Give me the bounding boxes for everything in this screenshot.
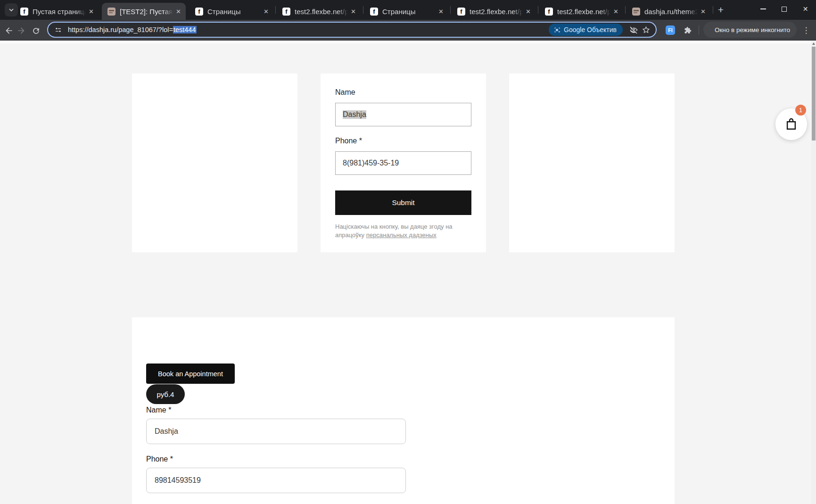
name-input-value: Dashja xyxy=(343,110,366,119)
name-input-value: Dashja xyxy=(155,427,178,436)
tab-4[interactable]: f test2.flexbe.net/proje ✕ xyxy=(277,3,361,20)
tab-separator xyxy=(713,6,713,14)
tab-separator xyxy=(363,6,363,14)
minimize-button[interactable] xyxy=(752,0,774,18)
book-appointment-button[interactable]: Book an Appointment xyxy=(146,364,235,384)
close-tab-icon[interactable]: ✕ xyxy=(264,8,269,15)
tab-title: test2.flexbe.net/proje xyxy=(557,8,610,16)
tab-title: Пустая страница xyxy=(33,8,86,16)
scrollbar-thumb[interactable] xyxy=(812,47,816,140)
site-favicon-icon xyxy=(107,8,115,16)
incognito-icon xyxy=(710,25,710,34)
shopping-bag-icon xyxy=(784,117,799,132)
submit-button[interactable]: Submit xyxy=(335,190,471,215)
tab-3[interactable]: f Страницы ✕ xyxy=(190,3,273,20)
tab-2-active[interactable]: [TEST2]: Пустая стран ✕ xyxy=(102,3,186,20)
tab-title: test2.flexbe.net/proje xyxy=(470,8,523,16)
flexbe-extension-icon[interactable]: FI xyxy=(666,25,675,35)
close-tab-icon[interactable]: ✕ xyxy=(176,8,181,15)
incognito-label: Окно в режиме инкогнито xyxy=(715,26,790,33)
close-window-button[interactable]: ✕ xyxy=(795,0,816,18)
site-settings-icon xyxy=(54,26,62,34)
incognito-badge: Окно в режиме инкогнито xyxy=(703,22,797,38)
price-badge: руб.4 xyxy=(146,384,185,404)
cart-count-badge: 1 xyxy=(795,105,806,116)
back-arrow-icon xyxy=(4,26,14,35)
flexbe-favicon-icon: f xyxy=(195,8,203,16)
flexbe-favicon-icon: f xyxy=(457,8,465,16)
vertical-scrollbar[interactable] xyxy=(811,41,816,504)
url-text[interactable]: https://dashja.ru/page_81067/?lol=test44… xyxy=(68,26,549,33)
name-input[interactable]: Dashja xyxy=(146,419,406,444)
tab-title: [TEST2]: Пустая стран xyxy=(120,8,173,16)
forward-button[interactable] xyxy=(15,25,27,37)
tab-title: Страницы xyxy=(207,8,261,16)
phone-label: Phone * xyxy=(146,455,173,463)
appointment-form-card: Name Dashja Phone * 8(981)459-35-19 Subm… xyxy=(321,74,486,252)
tab-strip: f Пустая страница ✕ [TEST2]: Пустая стра… xyxy=(0,0,816,20)
url-selected-text: test444 xyxy=(173,26,197,33)
tab-title: Страницы xyxy=(382,8,436,16)
phone-input-value: 8(981)459-35-19 xyxy=(343,159,399,167)
name-label: Name * xyxy=(146,406,171,414)
tab-separator xyxy=(450,6,451,14)
url-prefix: https://dashja.ru/page_81067/?lol= xyxy=(68,26,173,33)
tab-1[interactable]: f Пустая страница ✕ xyxy=(15,3,99,20)
close-tab-icon[interactable]: ✕ xyxy=(526,8,531,15)
close-tab-icon[interactable]: ✕ xyxy=(89,8,94,15)
close-tab-icon[interactable]: ✕ xyxy=(351,8,356,15)
address-bar[interactable]: https://dashja.ru/page_81067/?lol=test44… xyxy=(47,22,657,38)
password-eye-button[interactable] xyxy=(627,24,640,36)
tab-5[interactable]: f Страницы ✕ xyxy=(364,3,448,20)
flexbe-favicon-icon: f xyxy=(20,8,28,16)
close-tab-icon[interactable]: ✕ xyxy=(438,8,444,15)
tab-8[interactable]: dashja.ru/theme2/?lol ✕ xyxy=(626,3,710,20)
site-favicon-icon xyxy=(632,8,640,16)
puzzle-icon xyxy=(683,26,692,35)
reload-button[interactable] xyxy=(30,25,42,37)
name-label: Name xyxy=(335,88,471,97)
close-tab-icon[interactable]: ✕ xyxy=(613,8,618,15)
flexbe-favicon-icon: f xyxy=(545,8,553,16)
google-lens-icon xyxy=(553,26,560,33)
flexbe-favicon-icon: f xyxy=(370,8,378,16)
google-lens-label: Google Объектив xyxy=(564,26,617,33)
tab-7[interactable]: f test2.flexbe.net/proje ✕ xyxy=(539,3,623,20)
personal-data-link[interactable]: персанальных дадзеных xyxy=(366,231,437,239)
browser-toolbar: https://dashja.ru/page_81067/?lol=test44… xyxy=(0,20,816,41)
back-button[interactable] xyxy=(3,25,15,37)
window-controls: ✕ xyxy=(752,0,816,18)
forward-arrow-icon xyxy=(16,26,26,35)
page-top-strip xyxy=(0,41,816,43)
tab-title: test2.flexbe.net/proje xyxy=(295,8,348,16)
toolbar-separator xyxy=(699,25,699,35)
scroll-up-arrow-icon[interactable] xyxy=(812,42,815,45)
phone-label: Phone * xyxy=(335,137,471,145)
google-lens-button[interactable]: Google Объектив xyxy=(549,24,623,36)
phone-input-value: 89814593519 xyxy=(155,476,201,485)
tab-separator xyxy=(275,6,276,14)
browser-menu-button[interactable]: ⋮ xyxy=(800,24,812,36)
eye-slash-icon xyxy=(629,25,638,34)
bookmark-star-button[interactable] xyxy=(640,24,652,36)
cart-button[interactable]: 1 xyxy=(775,108,807,140)
tab-title: dashja.ru/theme2/?lol xyxy=(644,8,698,16)
page-viewport: Name Dashja Phone * 8(981)459-35-19 Subm… xyxy=(0,41,816,504)
name-input[interactable]: Dashja xyxy=(335,103,471,126)
empty-card-right xyxy=(509,74,675,252)
reload-icon xyxy=(32,26,41,35)
chevron-down-icon xyxy=(8,7,14,13)
star-icon xyxy=(642,25,651,34)
consent-text: Націскаючы на кнопку, вы даяце згоду на … xyxy=(335,223,471,239)
new-tab-button[interactable]: + xyxy=(715,4,727,17)
extensions-button[interactable] xyxy=(682,25,692,35)
tab-separator xyxy=(625,6,626,14)
booking-section: Book an Appointment руб.4 Name * Dashja … xyxy=(132,317,675,504)
flexbe-favicon-icon: f xyxy=(282,8,290,16)
phone-input[interactable]: 89814593519 xyxy=(146,468,406,493)
tab-separator xyxy=(538,6,538,14)
close-tab-icon[interactable]: ✕ xyxy=(701,8,706,15)
tab-6[interactable]: f test2.flexbe.net/proje ✕ xyxy=(452,3,536,20)
maximize-button[interactable] xyxy=(774,0,795,18)
phone-input[interactable]: 8(981)459-35-19 xyxy=(335,151,471,175)
